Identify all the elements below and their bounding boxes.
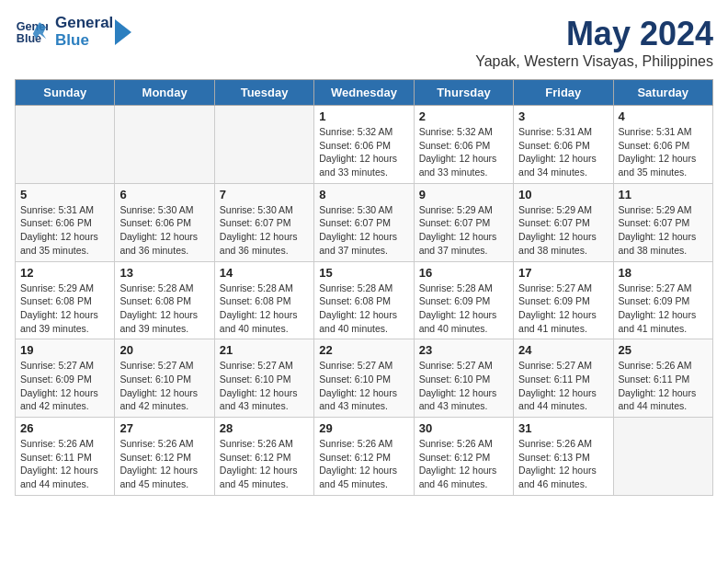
calendar-day-cell: 20 Sunrise: 5:27 AMSunset: 6:10 PMDaylig…: [115, 339, 214, 418]
svg-marker-3: [115, 19, 131, 45]
calendar-day-cell: 21 Sunrise: 5:27 AMSunset: 6:10 PMDaylig…: [214, 339, 313, 418]
calendar-day-cell: 18 Sunrise: 5:27 AMSunset: 6:09 PMDaylig…: [613, 261, 712, 339]
calendar-day-cell: 19 Sunrise: 5:27 AMSunset: 6:09 PMDaylig…: [16, 339, 115, 418]
day-number: 29: [319, 421, 408, 435]
day-info: Sunrise: 5:31 AMSunset: 6:06 PMDaylight:…: [619, 125, 708, 179]
day-info: Sunrise: 5:31 AMSunset: 6:06 PMDaylight:…: [518, 125, 608, 179]
day-info: Sunrise: 5:30 AMSunset: 6:07 PMDaylight:…: [319, 203, 408, 258]
calendar-day-cell: 1 Sunrise: 5:32 AMSunset: 6:06 PMDayligh…: [314, 106, 414, 184]
day-number: 3: [518, 109, 608, 123]
day-number: 31: [518, 421, 608, 435]
weekday-header: Saturday: [613, 80, 712, 106]
calendar-day-cell: 23 Sunrise: 5:27 AMSunset: 6:10 PMDaylig…: [414, 339, 513, 418]
day-number: 8: [319, 188, 408, 201]
calendar-day-cell: 17 Sunrise: 5:27 AMSunset: 6:09 PMDaylig…: [514, 261, 613, 339]
calendar-day-cell: 4 Sunrise: 5:31 AMSunset: 6:06 PMDayligh…: [613, 106, 712, 184]
location: Yapak, Western Visayas, Philippines: [475, 53, 713, 70]
day-number: 26: [20, 421, 109, 435]
day-info: Sunrise: 5:27 AMSunset: 6:10 PMDaylight:…: [220, 359, 309, 413]
day-info: Sunrise: 5:31 AMSunset: 6:06 PMDaylight:…: [20, 203, 109, 258]
calendar-day-cell: 8 Sunrise: 5:30 AMSunset: 6:07 PMDayligh…: [314, 183, 414, 261]
calendar-day-cell: [214, 106, 313, 184]
calendar-day-cell: 28 Sunrise: 5:26 AMSunset: 6:12 PMDaylig…: [214, 418, 313, 496]
calendar-week-row: 5 Sunrise: 5:31 AMSunset: 6:06 PMDayligh…: [16, 183, 713, 261]
day-number: 28: [220, 421, 309, 435]
weekday-header: Friday: [514, 80, 613, 106]
calendar-week-row: 19 Sunrise: 5:27 AMSunset: 6:09 PMDaylig…: [16, 339, 713, 418]
calendar-day-cell: 13 Sunrise: 5:28 AMSunset: 6:08 PMDaylig…: [115, 261, 214, 339]
day-number: 6: [119, 188, 209, 201]
day-info: Sunrise: 5:30 AMSunset: 6:06 PMDaylight:…: [119, 203, 209, 258]
day-info: Sunrise: 5:26 AMSunset: 6:13 PMDaylight:…: [518, 437, 608, 491]
calendar-day-cell: 12 Sunrise: 5:29 AMSunset: 6:08 PMDaylig…: [16, 261, 115, 339]
day-info: Sunrise: 5:27 AMSunset: 6:10 PMDaylight:…: [419, 359, 508, 413]
calendar-day-cell: 27 Sunrise: 5:26 AMSunset: 6:12 PMDaylig…: [115, 418, 214, 496]
calendar-week-row: 26 Sunrise: 5:26 AMSunset: 6:11 PMDaylig…: [16, 418, 713, 496]
calendar-day-cell: [16, 106, 115, 184]
calendar-body: 1 Sunrise: 5:32 AMSunset: 6:06 PMDayligh…: [16, 106, 713, 496]
page-header: General Blue General Blue May 2024 Yapak…: [15, 15, 713, 70]
logo-icon: General Blue: [15, 16, 48, 49]
logo-line2: Blue: [55, 32, 113, 50]
day-number: 23: [419, 343, 508, 357]
day-info: Sunrise: 5:26 AMSunset: 6:12 PMDaylight:…: [220, 437, 309, 491]
day-info: Sunrise: 5:27 AMSunset: 6:11 PMDaylight:…: [518, 359, 608, 413]
day-number: 20: [119, 343, 209, 357]
calendar-table: SundayMondayTuesdayWednesdayThursdayFrid…: [15, 79, 713, 496]
calendar-day-cell: 22 Sunrise: 5:27 AMSunset: 6:10 PMDaylig…: [314, 339, 414, 418]
day-info: Sunrise: 5:26 AMSunset: 6:11 PMDaylight:…: [619, 359, 708, 413]
day-info: Sunrise: 5:29 AMSunset: 6:07 PMDaylight:…: [419, 203, 508, 258]
day-number: 7: [220, 188, 309, 201]
day-number: 30: [419, 421, 508, 435]
day-info: Sunrise: 5:29 AMSunset: 6:07 PMDaylight:…: [518, 203, 608, 258]
day-number: 11: [619, 188, 708, 201]
day-number: 10: [518, 188, 608, 201]
calendar-day-cell: [115, 106, 214, 184]
day-number: 12: [20, 266, 109, 280]
calendar-day-cell: 26 Sunrise: 5:26 AMSunset: 6:11 PMDaylig…: [16, 418, 115, 496]
calendar-day-cell: 15 Sunrise: 5:28 AMSunset: 6:08 PMDaylig…: [314, 261, 414, 339]
day-number: 19: [20, 343, 109, 357]
day-info: Sunrise: 5:26 AMSunset: 6:11 PMDaylight:…: [20, 437, 109, 491]
day-number: 24: [518, 343, 608, 357]
day-info: Sunrise: 5:28 AMSunset: 6:08 PMDaylight:…: [319, 282, 408, 336]
calendar-week-row: 12 Sunrise: 5:29 AMSunset: 6:08 PMDaylig…: [16, 261, 713, 339]
day-info: Sunrise: 5:30 AMSunset: 6:07 PMDaylight:…: [220, 203, 309, 258]
day-number: 16: [419, 266, 508, 280]
calendar-day-cell: [613, 418, 712, 496]
day-info: Sunrise: 5:28 AMSunset: 6:08 PMDaylight:…: [119, 282, 209, 336]
calendar-day-cell: 31 Sunrise: 5:26 AMSunset: 6:13 PMDaylig…: [514, 418, 613, 496]
day-info: Sunrise: 5:27 AMSunset: 6:09 PMDaylight:…: [619, 282, 708, 336]
weekday-header: Wednesday: [314, 80, 414, 106]
day-number: 5: [20, 188, 109, 201]
calendar-day-cell: 9 Sunrise: 5:29 AMSunset: 6:07 PMDayligh…: [414, 183, 513, 261]
calendar-day-cell: 11 Sunrise: 5:29 AMSunset: 6:07 PMDaylig…: [613, 183, 712, 261]
day-number: 27: [119, 421, 209, 435]
logo-triangle-icon: [115, 19, 131, 45]
calendar-day-cell: 3 Sunrise: 5:31 AMSunset: 6:06 PMDayligh…: [514, 106, 613, 184]
day-info: Sunrise: 5:32 AMSunset: 6:06 PMDaylight:…: [419, 125, 508, 179]
calendar-day-cell: 7 Sunrise: 5:30 AMSunset: 6:07 PMDayligh…: [214, 183, 313, 261]
calendar-day-cell: 10 Sunrise: 5:29 AMSunset: 6:07 PMDaylig…: [514, 183, 613, 261]
calendar-day-cell: 29 Sunrise: 5:26 AMSunset: 6:12 PMDaylig…: [314, 418, 414, 496]
title-section: May 2024 Yapak, Western Visayas, Philipp…: [475, 15, 713, 70]
day-info: Sunrise: 5:29 AMSunset: 6:08 PMDaylight:…: [20, 282, 109, 336]
day-info: Sunrise: 5:27 AMSunset: 6:09 PMDaylight:…: [20, 359, 109, 413]
calendar-day-cell: 30 Sunrise: 5:26 AMSunset: 6:12 PMDaylig…: [414, 418, 513, 496]
calendar-day-cell: 5 Sunrise: 5:31 AMSunset: 6:06 PMDayligh…: [16, 183, 115, 261]
day-info: Sunrise: 5:28 AMSunset: 6:08 PMDaylight:…: [220, 282, 309, 336]
logo: General Blue General Blue: [15, 15, 131, 49]
day-info: Sunrise: 5:26 AMSunset: 6:12 PMDaylight:…: [419, 437, 508, 491]
calendar-day-cell: 16 Sunrise: 5:28 AMSunset: 6:09 PMDaylig…: [414, 261, 513, 339]
weekday-header: Thursday: [414, 80, 513, 106]
day-number: 22: [319, 343, 408, 357]
day-number: 15: [319, 266, 408, 280]
calendar-day-cell: 2 Sunrise: 5:32 AMSunset: 6:06 PMDayligh…: [414, 106, 513, 184]
day-number: 2: [419, 109, 508, 123]
day-info: Sunrise: 5:27 AMSunset: 6:09 PMDaylight:…: [518, 282, 608, 336]
calendar-week-row: 1 Sunrise: 5:32 AMSunset: 6:06 PMDayligh…: [16, 106, 713, 184]
day-number: 13: [119, 266, 209, 280]
weekday-header: Monday: [115, 80, 214, 106]
weekday-header: Tuesday: [214, 80, 313, 106]
calendar-day-cell: 25 Sunrise: 5:26 AMSunset: 6:11 PMDaylig…: [613, 339, 712, 418]
